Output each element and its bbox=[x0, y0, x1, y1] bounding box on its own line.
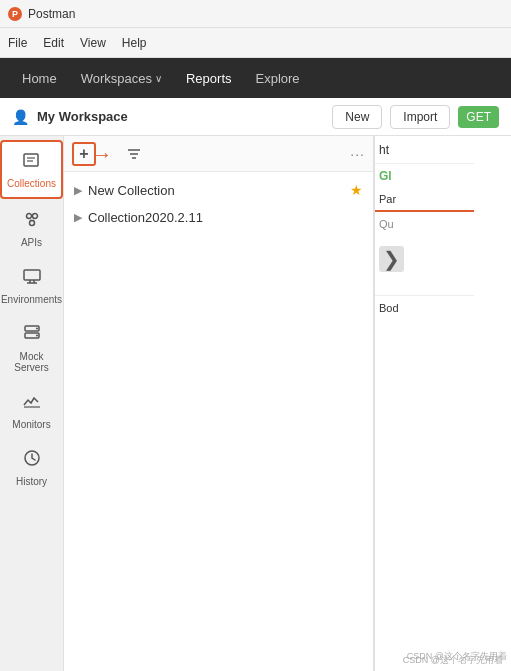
nav-explore[interactable]: Explore bbox=[246, 67, 310, 90]
sidebar-item-monitors[interactable]: Monitors bbox=[0, 383, 63, 438]
collection-list: ▶ New Collection ★ ▶ Collection2020.2.11 bbox=[64, 172, 373, 671]
environments-icon bbox=[22, 266, 42, 291]
star-icon[interactable]: ★ bbox=[350, 182, 363, 198]
collections-toolbar: + → ··· bbox=[64, 136, 373, 172]
svg-rect-0 bbox=[24, 154, 38, 166]
workspace-bar: 👤 My Workspace New Import GET bbox=[0, 98, 511, 136]
sidebar-item-history[interactable]: History bbox=[0, 440, 63, 495]
svg-point-4 bbox=[32, 214, 37, 219]
workspace-name: My Workspace bbox=[37, 109, 324, 124]
get-button[interactable]: GET bbox=[458, 106, 499, 128]
tab-params[interactable]: Par bbox=[379, 193, 396, 205]
expand-icon: ▶ bbox=[74, 211, 82, 224]
history-label: History bbox=[16, 476, 47, 487]
workspace-icon: 👤 bbox=[12, 109, 29, 125]
collections-label: Collections bbox=[7, 178, 56, 189]
nav-workspaces[interactable]: Workspaces ∨ bbox=[71, 67, 172, 90]
body-label: Bod bbox=[379, 302, 399, 314]
right-panel: ht Gl Par Qu ❯ CSDN @这个名字先用着 Bod bbox=[374, 136, 474, 671]
svg-point-16 bbox=[36, 335, 38, 337]
list-item[interactable]: ▶ Collection2020.2.11 bbox=[64, 204, 373, 231]
svg-point-3 bbox=[26, 214, 31, 219]
menu-file[interactable]: File bbox=[8, 36, 27, 50]
svg-point-15 bbox=[36, 328, 38, 330]
app-title: Postman bbox=[28, 7, 75, 21]
collections-panel: + → ··· ▶ New Collection ★ ▶ bbox=[64, 136, 374, 671]
mock-servers-icon bbox=[22, 323, 42, 348]
collection-name: Collection2020.2.11 bbox=[88, 210, 363, 225]
menu-help[interactable]: Help bbox=[122, 36, 147, 50]
filter-button[interactable] bbox=[122, 142, 146, 166]
monitors-label: Monitors bbox=[12, 419, 50, 430]
nav-home[interactable]: Home bbox=[12, 67, 67, 90]
history-icon bbox=[22, 448, 42, 473]
svg-point-5 bbox=[29, 221, 34, 226]
app-logo: P bbox=[8, 7, 22, 21]
url-display: ht bbox=[379, 143, 389, 157]
expand-icon: ▶ bbox=[74, 184, 82, 197]
apis-icon bbox=[22, 209, 42, 234]
sidebar-item-collections[interactable]: Collections bbox=[0, 140, 63, 199]
watermark-bottom: CSDN @这个名字先用着 bbox=[403, 654, 503, 667]
menu-view[interactable]: View bbox=[80, 36, 106, 50]
sidebar-item-environments[interactable]: Environments bbox=[0, 258, 63, 313]
collections-icon bbox=[22, 150, 42, 175]
add-collection-button[interactable]: + bbox=[72, 142, 96, 166]
menu-bar: File Edit View Help bbox=[0, 28, 511, 58]
import-button[interactable]: Import bbox=[390, 105, 450, 129]
environments-label: Environments bbox=[1, 294, 62, 305]
menu-edit[interactable]: Edit bbox=[43, 36, 64, 50]
svg-line-8 bbox=[32, 220, 34, 221]
sidebar-item-mock-servers[interactable]: Mock Servers bbox=[0, 315, 63, 381]
sidebar-item-apis[interactable]: APIs bbox=[0, 201, 63, 256]
mock-servers-label: Mock Servers bbox=[4, 351, 59, 373]
top-nav: Home Workspaces ∨ Reports Explore bbox=[0, 58, 511, 98]
nav-reports[interactable]: Reports bbox=[176, 67, 242, 90]
sidebar: Collections APIs bbox=[0, 136, 64, 671]
main-layout: Collections APIs bbox=[0, 136, 511, 671]
workspaces-chevron-icon: ∨ bbox=[155, 73, 162, 84]
right-arrow-icon: ❯ bbox=[379, 246, 404, 272]
method-label: Gl bbox=[379, 169, 392, 183]
new-button[interactable]: New bbox=[332, 105, 382, 129]
svg-rect-9 bbox=[24, 270, 40, 280]
svg-line-7 bbox=[30, 220, 32, 221]
collection-name: New Collection bbox=[88, 183, 344, 198]
more-options-icon[interactable]: ··· bbox=[350, 146, 365, 162]
tab-query[interactable]: Qu bbox=[379, 218, 394, 230]
title-bar: P Postman bbox=[0, 0, 511, 28]
apis-label: APIs bbox=[21, 237, 42, 248]
monitors-icon bbox=[22, 391, 42, 416]
list-item[interactable]: ▶ New Collection ★ bbox=[64, 176, 373, 204]
